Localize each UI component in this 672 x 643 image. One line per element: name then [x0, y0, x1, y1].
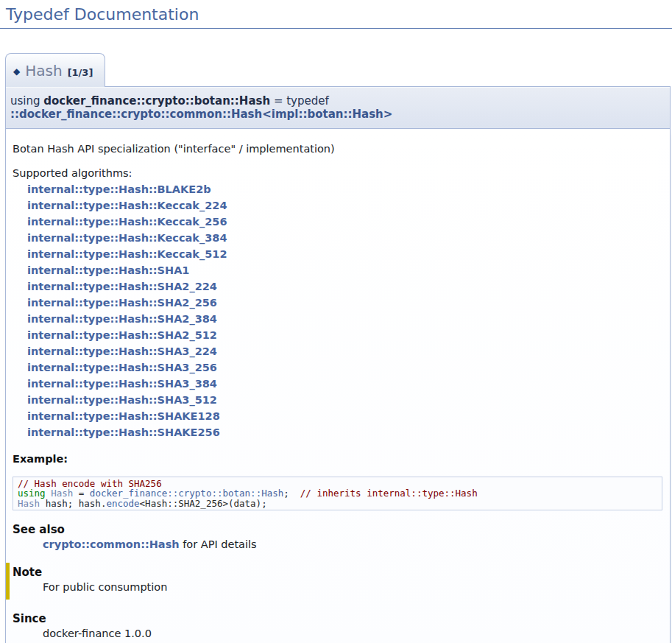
member-tab: ◆Hash[1/3] — [5, 53, 105, 87]
algorithm-link[interactable]: internal::type::Hash::SHA3_256 — [27, 359, 662, 376]
proto-using-keyword: using — [10, 94, 43, 108]
algorithm-link[interactable]: internal::type::Hash::Keccak_384 — [27, 230, 662, 246]
code-line: Hash hash; hash.encode<Hash::SHA2_256>(d… — [18, 499, 657, 508]
see-also-label: See also — [13, 523, 662, 536]
see-also-section: See also crypto::common::Hash for API de… — [13, 523, 662, 550]
code-link-hash-type[interactable]: Hash — [18, 498, 40, 509]
since-label: Since — [13, 612, 662, 625]
member-hash-typedef: ◆Hash[1/3] using docker_finance::crypto:… — [5, 53, 671, 643]
algorithm-link[interactable]: internal::type::Hash::Keccak_256 — [27, 214, 662, 230]
algorithm-link[interactable]: internal::type::Hash::SHA3_384 — [27, 376, 662, 392]
note-label: Note — [13, 566, 662, 579]
code-comment: // inherits internal::type::Hash — [300, 488, 478, 499]
intro-text: Botan Hash API specialization ("interfac… — [13, 143, 662, 155]
supported-algorithms-label: Supported algorithms: — [13, 167, 662, 179]
algorithm-link[interactable]: internal::type::Hash::SHA2_256 — [27, 295, 662, 311]
algorithm-link[interactable]: internal::type::Hash::SHA2_384 — [27, 311, 662, 327]
algorithm-link[interactable]: internal::type::Hash::BLAKE2b — [27, 181, 662, 197]
code-line: using Hash = docker_finance::crypto::bot… — [18, 488, 657, 498]
member-documentation: Botan Hash API specialization ("interfac… — [5, 129, 671, 643]
example-label: Example: — [13, 453, 662, 465]
since-section: Since docker-finance 1.0.0 — [13, 612, 662, 639]
algorithm-link[interactable]: internal::type::Hash::SHAKE256 — [27, 424, 662, 440]
example-code-block: // Hash encode with SHA256using Hash = d… — [13, 477, 662, 510]
algorithm-link[interactable]: internal::type::Hash::SHAKE128 — [27, 408, 662, 424]
member-prototype: using docker_finance::crypto::botan::Has… — [5, 86, 671, 129]
member-tab-title: Hash — [25, 62, 62, 80]
algorithm-list: internal::type::Hash::BLAKE2binternal::t… — [13, 181, 662, 440]
algorithm-link[interactable]: internal::type::Hash::SHA3_224 — [27, 343, 662, 359]
code-text: ; — [283, 488, 300, 499]
algorithm-link[interactable]: internal::type::Hash::SHA3_512 — [27, 392, 662, 408]
page-title: Typedef Documentation — [0, 0, 672, 29]
code-text: <Hash::SHA2_256>(data); — [140, 498, 267, 509]
algorithm-link[interactable]: internal::type::Hash::Keccak_224 — [27, 197, 662, 214]
member-tab-index: [1/3] — [68, 67, 93, 78]
permalink-diamond-icon[interactable]: ◆ — [13, 66, 20, 77]
crypto-common-hash-link[interactable]: crypto::common::Hash — [43, 538, 180, 550]
see-also-content: crypto::common::Hash for API details — [43, 538, 662, 550]
algorithm-link[interactable]: internal::type::Hash::SHA2_512 — [27, 327, 662, 343]
algorithm-link[interactable]: internal::type::Hash::SHA2_224 — [27, 278, 662, 295]
code-line: // Hash encode with SHA256 — [18, 479, 657, 488]
algorithm-link[interactable]: internal::type::Hash::SHA1 — [27, 262, 662, 278]
proto-equals-typedef: = typedef — [270, 94, 332, 108]
algorithm-link[interactable]: internal::type::Hash::Keccak_512 — [27, 246, 662, 262]
proto-target-type: ::docker_finance::crypto::common::Hash<i… — [10, 108, 392, 121]
note-text: For public consumption — [43, 581, 662, 593]
code-text: hash; hash. — [40, 498, 106, 509]
see-also-text: for API details — [180, 538, 257, 550]
note-section: Note For public consumption — [6, 563, 662, 600]
code-link-encode[interactable]: encode — [106, 498, 139, 509]
typedef-documentation-page: Typedef Documentation ◆Hash[1/3] using d… — [0, 0, 672, 643]
since-text: docker-finance 1.0.0 — [43, 628, 662, 639]
proto-typedef-name: docker_finance::crypto::botan::Hash — [43, 94, 270, 108]
